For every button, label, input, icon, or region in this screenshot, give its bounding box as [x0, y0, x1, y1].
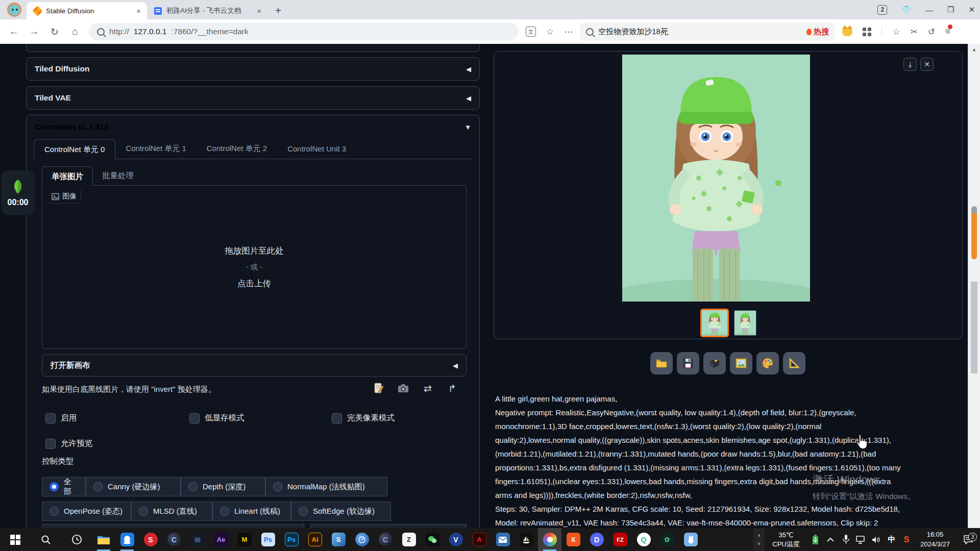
image-dropzone[interactable]: 图像 拖放图片至此处 - 或 - 点击上传: [42, 185, 467, 349]
tab-batch[interactable]: 批量处理: [93, 166, 143, 186]
volume-tray-icon[interactable]: [869, 536, 884, 544]
thumbnail[interactable]: [734, 310, 756, 336]
screen-recorder-widget[interactable]: 00:00: [1, 170, 35, 215]
taskbar-clock[interactable]: 16:05 2024/3/27: [914, 530, 957, 548]
minimize-button[interactable]: —: [925, 6, 933, 14]
palette-button[interactable]: [756, 352, 779, 374]
tab-unit-2[interactable]: ControlNet 单元 2: [197, 139, 277, 159]
radio-softedge[interactable]: SoftEdge (软边缘): [291, 502, 391, 521]
new-tab-button[interactable]: +: [271, 3, 286, 18]
scroll-up-icon[interactable]: ∧: [757, 533, 761, 538]
scrollbar-thumb[interactable]: [971, 282, 977, 373]
tab-count-badge[interactable]: 2: [877, 5, 887, 15]
scrollbar-up-icon[interactable]: ▲: [968, 47, 980, 52]
action-center-button[interactable]: 3: [957, 535, 980, 544]
restore-button[interactable]: ❐: [947, 5, 954, 14]
checkbox-enable[interactable]: 启用: [45, 413, 189, 423]
scroll-down-icon[interactable]: ∨: [757, 541, 761, 546]
tab-unit-0[interactable]: ControlNet 单元 0: [34, 139, 115, 159]
radio-lineart[interactable]: Lineart (线稿): [212, 502, 291, 521]
search-box[interactable]: 空投物资致加沙18死 热搜: [580, 23, 835, 40]
illustrator-button[interactable]: Ai: [303, 528, 327, 551]
voov-meeting-button[interactable]: V: [444, 528, 468, 551]
accordion-tiled-vae[interactable]: Tiled VAE◀: [26, 86, 480, 110]
menu-icon[interactable]: ≡: [945, 27, 950, 37]
close-button[interactable]: ✕: [968, 5, 975, 14]
photoshop-button[interactable]: Ps: [280, 528, 303, 551]
usb-tray-icon[interactable]: [807, 535, 823, 545]
start-button[interactable]: [0, 528, 31, 551]
red-s-app-button[interactable]: S: [139, 528, 162, 551]
cinema4d-dark-button[interactable]: C: [374, 528, 397, 551]
accordion-open-new-canvas[interactable]: 打开新画布 ◀: [42, 354, 467, 377]
checkbox-allow-preview[interactable]: 允许预览: [45, 438, 92, 449]
cinema4d-button[interactable]: C: [162, 528, 186, 551]
close-preview-icon[interactable]: ✕: [920, 58, 934, 71]
qq-music-button[interactable]: Q: [632, 528, 655, 551]
drop-line3[interactable]: 点击上传: [237, 278, 271, 289]
edit-note-icon[interactable]: [372, 382, 385, 395]
radio-openpose[interactable]: OpenPose (姿态): [42, 502, 131, 521]
address-bar[interactable]: http://127.0.0.1:7860/?__theme=dark: [89, 23, 519, 40]
mail-button[interactable]: [491, 528, 514, 551]
control-type-row3-partial[interactable]: [310, 524, 467, 528]
checkbox-pixel-perfect[interactable]: 完美像素模式: [332, 413, 395, 423]
tab-close-icon[interactable]: ×: [135, 6, 142, 16]
open-folder-button[interactable]: [650, 352, 673, 374]
apps-grid-icon[interactable]: [863, 28, 871, 36]
after-effects-button[interactable]: Ae: [209, 528, 233, 551]
qq-button[interactable]: [115, 528, 139, 551]
browser-active-button[interactable]: [538, 528, 561, 551]
save-button[interactable]: [677, 352, 699, 374]
theme-skin-icon[interactable]: 👕: [901, 5, 911, 14]
control-type-row3-partial[interactable]: [42, 524, 304, 528]
tab-unit-3[interactable]: ControlNet Unit 3: [277, 139, 356, 159]
download-icon[interactable]: ⤓: [903, 58, 917, 71]
speed-app-button[interactable]: [350, 528, 374, 551]
photoshop-light-button[interactable]: Ps: [256, 528, 280, 551]
cat-app-button[interactable]: [186, 528, 209, 551]
ime-indicator[interactable]: 中: [884, 535, 899, 544]
swap-icon[interactable]: ⇄: [421, 382, 434, 395]
cpu-temp-widget[interactable]: 35℃ CPU温度: [765, 531, 807, 548]
hidden-icons-chevron[interactable]: [823, 537, 838, 542]
accordion-controlnet[interactable]: ControlNet v1.1.419 ▼: [27, 115, 479, 139]
autodesk-3dsmax-button[interactable]: S: [327, 528, 350, 551]
radio-normalmap[interactable]: NormalMap (法线贴图): [265, 477, 387, 496]
tab-single-image[interactable]: 单张图片: [42, 166, 93, 186]
send-arrow-icon[interactable]: ↱: [446, 382, 459, 395]
discord-button[interactable]: D: [585, 528, 608, 551]
taobao-cat-icon[interactable]: [842, 27, 852, 36]
send-to-extras-button[interactable]: [730, 352, 752, 374]
camera-icon[interactable]: [397, 382, 410, 395]
network-display-tray-icon[interactable]: [853, 536, 869, 544]
profile-avatar[interactable]: [7, 3, 21, 17]
home-icon[interactable]: ⌂: [68, 26, 82, 37]
page-scrollbar[interactable]: ▲: [968, 44, 980, 528]
orange-x-app-button[interactable]: X: [561, 528, 585, 551]
file-explorer-button[interactable]: [92, 528, 115, 551]
radio-depth[interactable]: Depth (深度): [181, 477, 265, 496]
ruler-button[interactable]: [783, 352, 805, 374]
thumbnail-selected[interactable]: [700, 309, 729, 337]
task-view-button[interactable]: [61, 528, 92, 551]
radio-mlsd[interactable]: MLSD (直线): [131, 502, 212, 521]
filezilla-button[interactable]: FZ: [608, 528, 632, 551]
sogou-input-icon[interactable]: S: [899, 535, 914, 544]
more-options-icon[interactable]: ⋯: [564, 27, 573, 37]
flower-app-button[interactable]: ✿: [655, 528, 679, 551]
tab-unit-1[interactable]: ControlNet 单元 1: [115, 139, 196, 159]
sailboat-app-button[interactable]: [514, 528, 538, 551]
history-undo-icon[interactable]: ↺: [928, 27, 935, 37]
taskbar-search-button[interactable]: [31, 528, 61, 551]
tab-close-icon[interactable]: ×: [256, 6, 262, 16]
zbrush-button[interactable]: Z: [397, 528, 421, 551]
bookmark-star-icon[interactable]: ☆: [546, 27, 554, 37]
checkbox-lowvram[interactable]: 低显存模式: [189, 413, 332, 423]
back-icon[interactable]: ←: [7, 26, 20, 37]
radio-canny[interactable]: Canny (硬边缘): [86, 477, 181, 496]
translate-icon[interactable]: 文: [526, 27, 536, 37]
acrobat-button[interactable]: A: [468, 528, 491, 551]
taskbar-scroll-strip[interactable]: ∧ ∨: [753, 528, 765, 551]
rabbit-app-button[interactable]: [679, 528, 702, 551]
